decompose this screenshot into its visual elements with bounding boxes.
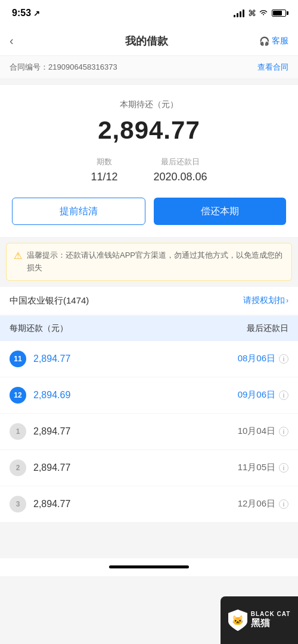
status-time: 9:53 ↗: [12, 8, 40, 18]
period-badge: 1: [10, 423, 26, 440]
shield-icon: 🐱: [228, 609, 247, 631]
bank-row: 中国农业银行(1474) 请授权划扣 ›: [0, 287, 298, 315]
wifi-icon: ⌘: [248, 8, 268, 18]
page-title: 我的借款: [125, 34, 168, 48]
signal-icon: [234, 9, 244, 17]
period-badge: 12: [10, 387, 26, 404]
row-date: 09月06日: [238, 389, 275, 401]
home-indicator-container: [0, 558, 298, 576]
row-right: 11月05日 i: [238, 462, 288, 473]
watermark-text-en: BLACK CAT: [251, 611, 291, 617]
row-amount: 2,894.77: [33, 499, 70, 509]
due-date-value: 2020.08.06: [153, 171, 207, 183]
row-date: 11月05日: [238, 462, 275, 473]
row-amount: 2,894.77: [33, 354, 70, 364]
row-right: 12月06日 i: [238, 498, 288, 509]
bank-name: 中国农业银行(1474): [10, 295, 89, 307]
period-badge: 11: [10, 351, 26, 367]
row-amount: 2,894.77: [33, 462, 70, 473]
info-circle-icon[interactable]: i: [279, 427, 288, 436]
due-date-info: 最后还款日 2020.08.06: [153, 157, 207, 183]
row-left: 3 2,894.77: [10, 496, 70, 512]
row-date: 12月06日: [238, 498, 275, 509]
nav-bar: ‹ 我的借款 🎧 客服: [0, 26, 298, 56]
row-date: 08月06日: [238, 353, 275, 364]
amount-label: 本期待还（元）: [12, 99, 286, 110]
authorize-link[interactable]: 请授权划扣 ›: [243, 295, 288, 306]
row-left: 1 2,894.77: [10, 423, 70, 440]
row-amount: 2,894.77: [33, 426, 70, 437]
table-header-amount: 每期还款（元）: [10, 323, 68, 334]
home-indicator: [109, 565, 189, 568]
due-date-label: 最后还款日: [153, 157, 207, 167]
status-icons: ⌘: [234, 8, 286, 18]
table-header-date: 最后还款日: [247, 323, 288, 334]
table-row: 11 2,894.77 08月06日 i: [0, 341, 298, 377]
row-right: 10月04日 i: [238, 426, 288, 437]
table-row: 2 2,894.77 11月05日 i: [0, 450, 298, 486]
warning-text: 温馨提示：还款请认准钱站APP官方渠道，勿通过其他方式，以免造成您的损失: [27, 249, 284, 274]
row-date: 10月04日: [238, 426, 275, 437]
svg-text:🐱: 🐱: [232, 615, 244, 626]
headset-icon: 🎧: [259, 36, 269, 46]
info-circle-icon[interactable]: i: [279, 354, 288, 364]
view-contract-link[interactable]: 查看合同: [257, 62, 288, 73]
action-buttons: 提前结清 偿还本期: [12, 198, 286, 225]
info-circle-icon[interactable]: i: [279, 499, 288, 509]
contract-number: 合同编号：2190906458316373: [10, 62, 117, 73]
warning-bar: ⚠ 温馨提示：还款请认准钱站APP官方渠道，勿通过其他方式，以免造成您的损失: [6, 243, 292, 281]
period-info: 期数 11/12: [91, 157, 117, 183]
row-left: 11 2,894.77: [10, 351, 70, 367]
period-badge: 3: [10, 496, 26, 512]
watermark-text-cn: 黑猫: [251, 617, 291, 630]
table-body: 11 2,894.77 08月06日 i 12 2,894.69 09月06日 …: [0, 341, 298, 523]
status-bar: 9:53 ↗ ⌘: [0, 0, 298, 26]
service-button[interactable]: 🎧 客服: [259, 36, 288, 46]
info-circle-icon[interactable]: i: [279, 463, 288, 473]
table-header: 每期还款（元） 最后还款日: [0, 316, 298, 341]
chevron-right-icon: ›: [286, 296, 288, 305]
back-button[interactable]: ‹: [10, 34, 33, 48]
period-value: 11/12: [91, 171, 117, 183]
table-row: 3 2,894.77 12月06日 i: [0, 486, 298, 523]
row-right: 08月06日 i: [238, 353, 288, 364]
battery-icon: [272, 10, 286, 17]
table-row: 12 2,894.69 09月06日 i: [0, 377, 298, 414]
info-circle-icon[interactable]: i: [279, 390, 288, 400]
watermark: 🐱 BLACK CAT 黑猫: [221, 596, 298, 644]
main-card: 本期待还（元） 2,894.77 期数 11/12 最后还款日 2020.08.…: [0, 85, 298, 237]
amount-value: 2,894.77: [12, 116, 286, 145]
row-amount: 2,894.69: [33, 390, 70, 401]
row-left: 2 2,894.77: [10, 459, 70, 476]
warning-icon: ⚠: [14, 250, 22, 261]
contract-bar: 合同编号：2190906458316373 查看合同: [0, 56, 298, 79]
info-row: 期数 11/12 最后还款日 2020.08.06: [12, 157, 286, 183]
row-right: 09月06日 i: [238, 389, 288, 401]
repay-button[interactable]: 偿还本期: [154, 198, 286, 225]
period-badge: 2: [10, 459, 26, 476]
table-row: 1 2,894.77 10月04日 i: [0, 414, 298, 450]
row-left: 12 2,894.69: [10, 387, 70, 404]
early-settlement-button[interactable]: 提前结清: [12, 198, 145, 225]
period-label: 期数: [91, 157, 117, 167]
